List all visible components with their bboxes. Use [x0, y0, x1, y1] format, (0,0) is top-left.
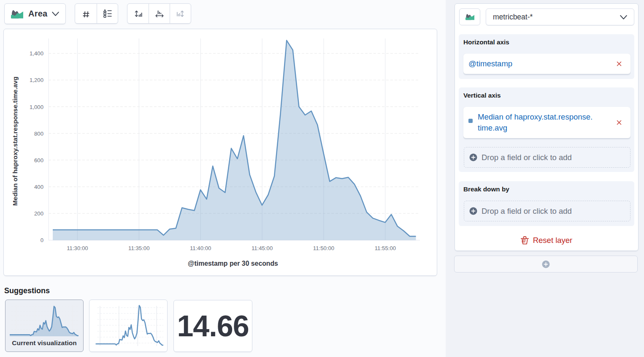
- svg-text:0: 0: [41, 237, 43, 243]
- svg-text:@timestamp per 30 seconds: @timestamp per 30 seconds: [188, 260, 278, 267]
- svg-text:Median of haproxy.stat.respons: Median of haproxy.stat.response.time.avg: [11, 76, 19, 206]
- svg-text:11:55:00: 11:55:00: [375, 245, 396, 251]
- svg-text:11:45:00: 11:45:00: [252, 245, 273, 251]
- svg-text:11:40:00: 11:40:00: [190, 245, 211, 251]
- svg-text:1,400: 1,400: [30, 50, 43, 57]
- svg-text:11:35:00: 11:35:00: [128, 245, 149, 251]
- svg-text:1,000: 1,000: [30, 104, 43, 110]
- svg-text:400: 400: [34, 184, 43, 190]
- svg-text:11:50:00: 11:50:00: [313, 245, 334, 251]
- svg-text:1,200: 1,200: [30, 77, 43, 83]
- svg-text:11:30:00: 11:30:00: [67, 245, 88, 251]
- svg-text:800: 800: [34, 131, 43, 137]
- svg-text:600: 600: [34, 157, 43, 164]
- svg-text:200: 200: [34, 210, 43, 217]
